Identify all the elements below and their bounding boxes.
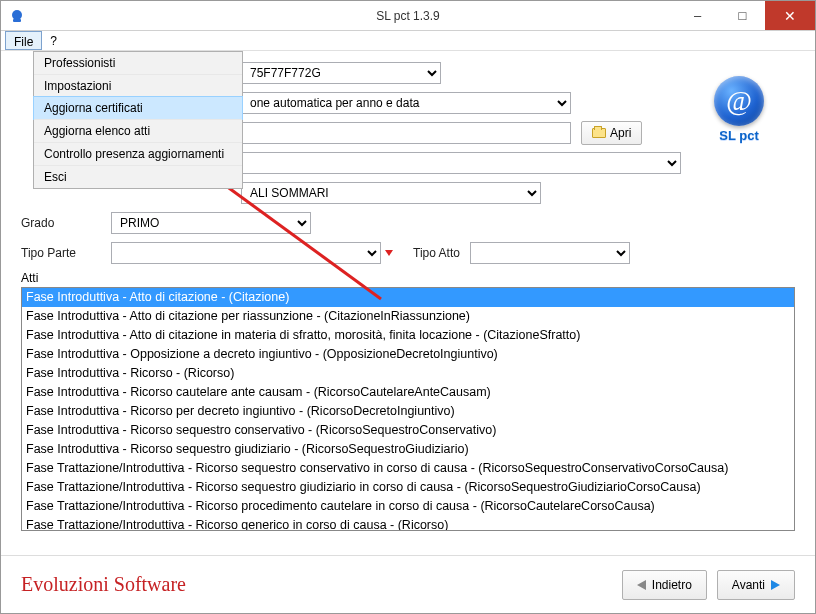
logo-caption: SL pct <box>703 128 775 143</box>
logo-icon: @ <box>714 76 764 126</box>
atti-listbox[interactable]: Fase Introduttiva - Atto di citazione - … <box>21 287 795 531</box>
list-item[interactable]: Fase Introduttiva - Ricorso per decreto … <box>22 402 794 421</box>
atti-label: Atti <box>21 271 795 285</box>
list-item[interactable]: Fase Introduttiva - Ricorso sequestro co… <box>22 421 794 440</box>
file-dropdown: Professionisti Impostazioni Aggiorna cer… <box>33 51 243 189</box>
back-button[interactable]: Indietro <box>622 570 707 600</box>
tipo-atto-select[interactable] <box>470 242 630 264</box>
app-logo: @ SL pct <box>703 76 775 143</box>
apri-button[interactable]: Apri <box>581 121 642 145</box>
field-codice[interactable]: 75F77F772G <box>241 62 441 84</box>
grado-label: Grado <box>21 216 111 230</box>
menu-esci[interactable]: Esci <box>34 165 242 188</box>
list-item[interactable]: Fase Introduttiva - Ricorso cautelare an… <box>22 383 794 402</box>
tipo-parte-select[interactable] <box>111 242 381 264</box>
tipo-parte-label: Tipo Parte <box>21 246 111 260</box>
menu-impostazioni[interactable]: Impostazioni <box>34 74 242 97</box>
list-item[interactable]: Fase Introduttiva - Ricorso sequestro gi… <box>22 440 794 459</box>
list-item[interactable]: Fase Introduttiva - Atto di citazione pe… <box>22 307 794 326</box>
maximize-button[interactable]: □ <box>720 1 765 30</box>
back-label: Indietro <box>652 578 692 592</box>
titlebar: SL pct 1.3.9 – □ ✕ <box>1 1 815 31</box>
menu-help[interactable]: ? <box>42 31 65 50</box>
next-label: Avanti <box>732 578 765 592</box>
menubar: File ? <box>1 31 815 51</box>
svg-rect-1 <box>13 19 21 22</box>
list-item[interactable]: Fase Introduttiva - Ricorso - (Ricorso) <box>22 364 794 383</box>
list-item[interactable]: Fase Introduttiva - Opposizione a decret… <box>22 345 794 364</box>
field-row4[interactable] <box>241 152 681 174</box>
content-area: Professionisti Impostazioni Aggiorna cer… <box>1 51 815 531</box>
list-item[interactable]: Fase Trattazione/Introduttiva - Ricorso … <box>22 459 794 478</box>
grado-select[interactable]: PRIMO <box>111 212 311 234</box>
annotation-caret <box>385 250 393 256</box>
menu-file[interactable]: File <box>5 31 42 50</box>
menu-aggiorna-elenco-atti[interactable]: Aggiorna elenco atti <box>34 119 242 142</box>
field-modalita[interactable]: one automatica per anno e data <box>241 92 571 114</box>
folder-icon <box>592 128 606 138</box>
list-item[interactable]: Fase Introduttiva - Atto di citazione - … <box>22 288 794 307</box>
app-icon <box>9 8 25 24</box>
minimize-button[interactable]: – <box>675 1 720 30</box>
brand-text: Evoluzioni Software <box>21 573 186 596</box>
arrow-right-icon <box>771 580 780 590</box>
list-item[interactable]: Fase Trattazione/Introduttiva - Ricorso … <box>22 516 794 531</box>
footer: Evoluzioni Software Indietro Avanti <box>1 555 815 605</box>
close-button[interactable]: ✕ <box>765 1 815 30</box>
list-item[interactable]: Fase Trattazione/Introduttiva - Ricorso … <box>22 497 794 516</box>
field-cartella[interactable] <box>241 122 571 144</box>
menu-controllo-aggiornamenti[interactable]: Controllo presenza aggiornamenti <box>34 142 242 165</box>
menu-professionisti[interactable]: Professionisti <box>34 52 242 74</box>
arrow-left-icon <box>637 580 646 590</box>
list-item[interactable]: Fase Trattazione/Introduttiva - Ricorso … <box>22 478 794 497</box>
svg-point-0 <box>12 10 22 20</box>
apri-label: Apri <box>610 126 631 140</box>
list-item[interactable]: Fase Introduttiva - Atto di citazione in… <box>22 326 794 345</box>
field-row5[interactable]: ALI SOMMARI <box>241 182 541 204</box>
menu-aggiorna-certificati[interactable]: Aggiorna certificati <box>33 96 243 120</box>
next-button[interactable]: Avanti <box>717 570 795 600</box>
tipo-atto-label: Tipo Atto <box>413 246 460 260</box>
